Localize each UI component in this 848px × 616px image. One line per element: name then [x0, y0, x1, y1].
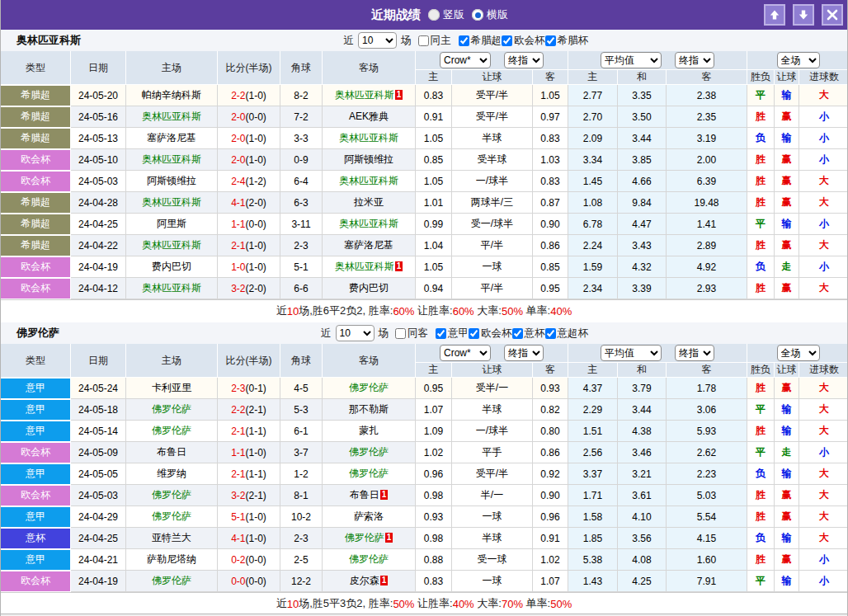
result-outcome: 负 [747, 463, 775, 485]
average-stage-select[interactable]: 终指 [675, 52, 714, 68]
odds-company-select[interactable]: Crow* [440, 52, 491, 68]
away-team: 奥林匹亚科斯1 [323, 85, 416, 106]
league-checkbox-1[interactable] [502, 35, 512, 46]
match-row: 希腊超24-05-20帕纳辛纳科斯2-2(1-0)8-2奥林匹亚科斯10.83受… [1, 85, 848, 106]
average-stage-select[interactable]: 终指 [675, 345, 714, 361]
league-type-badge: 意甲 [1, 399, 71, 421]
average-select[interactable]: 平均值 [601, 52, 662, 68]
recent-count-select[interactable]: 10 [358, 32, 397, 49]
corners: 6-3 [280, 192, 323, 214]
column-header: 角球 [280, 51, 323, 85]
summary-row: 近10场,胜5平3负2, 胜率:50% 让胜率:40% 大率:70% 单率:50… [1, 592, 847, 615]
league-label: 希腊杯 [558, 34, 589, 48]
match-row: 希腊超24-05-13塞萨洛尼基2-0(1-0)3-3奥林匹亚科斯1.05半球0… [1, 128, 848, 149]
corners: 4-5 [280, 378, 323, 399]
up-arrow-icon [769, 9, 780, 21]
away-team: 佛罗伦萨 [323, 442, 416, 463]
league-checkbox-1[interactable] [469, 328, 479, 339]
move-up-button[interactable] [764, 4, 785, 26]
home-team: 奥林匹亚科斯 [126, 235, 218, 256]
league-type-badge: 希腊超 [1, 214, 71, 235]
same-venue-label: 同客 [408, 327, 428, 341]
handicap: 平手 [452, 442, 533, 463]
match-row: 欧会杯24-05-03阿斯顿维拉2-4(1-2)6-4奥林匹亚科斯1.05一/球… [1, 171, 848, 192]
result-handicap: 赢 [775, 378, 799, 399]
avg-draw: 4.10 [618, 506, 667, 528]
league-type-badge: 欧会杯 [1, 571, 71, 592]
score: 2-3(0-1) [218, 378, 280, 399]
odds-home: 0.98 [416, 528, 452, 549]
away-team: 佛罗伦萨1 [323, 528, 416, 549]
handicap: 受半球 [452, 149, 533, 171]
average-select[interactable]: 平均值 [601, 345, 662, 361]
league-checkbox-0[interactable] [436, 328, 446, 339]
radio-unselected-icon [428, 9, 440, 21]
avg-home: 5.38 [568, 549, 618, 571]
league-filter: 意杯 [512, 327, 545, 341]
league-type-badge: 欧会杯 [1, 485, 71, 506]
avg-home: 1.85 [568, 528, 618, 549]
league-type-badge: 意杯 [1, 528, 71, 549]
league-checkbox-0[interactable] [459, 35, 469, 46]
match-row: 希腊超24-04-25阿里斯1-1(0-0)3-11奥林匹亚科斯0.99受一/球… [1, 214, 848, 235]
match-row: 意甲24-05-05维罗纳2-1(1-1)1-2佛罗伦萨0.96受平/半0.92… [1, 463, 848, 485]
match-row: 意甲24-04-29佛罗伦萨5-1(1-0)10-2萨索洛0.93一球0.961… [1, 506, 848, 528]
recent-count-select[interactable]: 10 [336, 325, 375, 341]
column-header: 日期 [71, 51, 126, 85]
odds-stage-select[interactable]: 终指 [504, 52, 544, 68]
odds-away: 0.83 [533, 171, 568, 192]
same-venue-checkbox[interactable] [418, 35, 429, 46]
avg-away: 19.48 [667, 192, 747, 214]
summary-part: 50% [550, 598, 572, 610]
odds-away: 0.85 [533, 256, 568, 278]
league-label: 意杯 [525, 327, 545, 341]
league-checkbox-2[interactable] [545, 35, 556, 46]
column-header: 客 [533, 363, 568, 378]
away-team: 布鲁日1 [323, 485, 416, 506]
league-type-badge: 希腊超 [1, 106, 71, 128]
avg-away: 2.35 [667, 106, 747, 128]
match-row: 意杯24-04-25亚特兰大4-1(1-0)2-3佛罗伦萨10.98半球0.91… [1, 528, 848, 549]
match-date: 24-04-19 [71, 571, 126, 592]
avg-home: 2.09 [568, 128, 618, 149]
league-checkbox-3[interactable] [545, 328, 556, 339]
layout-radio-vertical[interactable]: 竖版 [428, 7, 464, 22]
scope-select[interactable]: 全场 [777, 345, 820, 361]
odds-home: 0.95 [416, 378, 452, 399]
home-team: 卡利亚里 [126, 378, 218, 399]
result-handicap: 赢 [775, 549, 799, 571]
home-team: 阿里斯 [126, 214, 218, 235]
match-date: 24-05-20 [71, 85, 126, 106]
league-type-badge: 意甲 [1, 506, 71, 528]
handicap: 平/半 [452, 278, 533, 299]
away-team: 塞萨洛尼基 [323, 235, 416, 256]
radio-selected-icon [472, 9, 483, 21]
result-handicap: 输 [775, 128, 799, 149]
away-team: 奥林匹亚科斯 [323, 171, 416, 192]
avg-away: 6.39 [667, 171, 747, 192]
away-team: 那不勒斯 [323, 399, 416, 421]
league-filter: 希腊杯 [545, 34, 589, 48]
move-down-button[interactable] [793, 4, 814, 26]
same-venue-filter: 同主 [418, 34, 451, 48]
result-outcome: 胜 [747, 421, 775, 442]
same-venue-checkbox[interactable] [395, 328, 406, 339]
avg-home: 2.56 [568, 442, 618, 463]
odds-away: 0.87 [533, 192, 568, 214]
avg-draw: 4.38 [618, 421, 667, 442]
result-goals: 小 [799, 128, 848, 149]
league-type-badge: 欧会杯 [1, 278, 71, 299]
result-goals: 小 [799, 256, 848, 278]
league-type-badge: 意甲 [1, 463, 71, 485]
odds-company-select[interactable]: Crow* [440, 345, 491, 361]
home-team: 阿斯顿维拉 [126, 171, 218, 192]
scope-select[interactable]: 全场 [777, 52, 820, 68]
close-button[interactable] [822, 4, 843, 26]
league-checkbox-2[interactable] [512, 328, 523, 339]
column-header: 让球 [452, 70, 533, 85]
odds-stage-select[interactable]: 终指 [504, 345, 544, 361]
close-icon [827, 9, 838, 21]
corners: 6-1 [280, 421, 323, 442]
layout-radio-horizontal[interactable]: 横版 [472, 7, 508, 22]
summary-part: 50% [393, 598, 414, 610]
